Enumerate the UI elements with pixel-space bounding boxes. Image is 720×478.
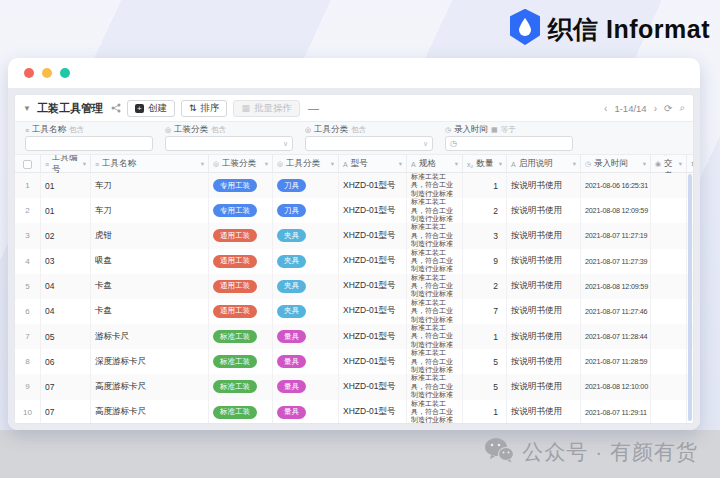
cell-value: 05 — [45, 332, 54, 342]
cell-cat2: 夹具 — [273, 249, 339, 274]
column-header-cat2[interactable]: ◎工具分类▾ — [273, 155, 339, 173]
add-column-button[interactable]: ✱ — [687, 155, 694, 173]
column-menu-icon[interactable]: ▾ — [679, 160, 682, 168]
filter-label: 工装分类 — [174, 124, 208, 136]
cell-time: 2021-08-07 11:27:19 — [581, 223, 651, 248]
batch-actions-button[interactable]: ▦ 批量操作 — [233, 100, 300, 117]
share-icon[interactable] — [111, 103, 121, 113]
cell-model: XHZD-01型号 — [339, 198, 407, 223]
cell-name: 车刀 — [91, 173, 209, 198]
cell-value: XHZD-01型号 — [343, 230, 395, 242]
tool-category-filter-select[interactable]: ∨ — [305, 136, 433, 151]
cell-model: XHZD-01型号 — [339, 173, 407, 198]
table-row[interactable]: 907高度游标卡尺标准工装量具XHZD-01型号标准工装工具，符合工业制造行业标… — [15, 374, 693, 399]
column-menu-icon[interactable]: ▾ — [399, 160, 402, 168]
entry-time-filter-date[interactable]: ◷ — [445, 136, 573, 151]
column-header-model[interactable]: A型号▾ — [339, 155, 407, 173]
cell-value: 01 — [45, 206, 54, 216]
table-row[interactable]: 403吸盘通用工装夹具XHZD-01型号标准工装工具，符合工业制造行业标准9按说… — [15, 249, 693, 274]
cell-spec: 标准工装工具，符合工业制造行业标准 — [407, 299, 463, 324]
close-window-button[interactable] — [24, 68, 34, 78]
cell-value: 标准工装工具，符合工业制造行业标准 — [411, 223, 458, 248]
refresh-icon[interactable]: ⟳ — [664, 103, 672, 114]
filter-bar: ≡ 工具名称 包含 ◎ 工装分类 包含 ∨ ◎ — [15, 121, 693, 155]
filter-entry-time: ◷ 录入时间 ▦ 等于 ◷ — [445, 124, 573, 151]
table-row[interactable]: 504卡盘通用工装夹具XHZD-01型号标准工装工具，符合工业制造行业标准2按说… — [15, 274, 693, 299]
sort-button[interactable]: ⇅ 排序 — [181, 100, 228, 117]
table-row[interactable]: 201车刀专用工装刀具XHZD-01型号标准工装工具，符合工业制造行业标准2按说… — [15, 198, 693, 223]
cell-desc: 按说明书使用 — [507, 198, 581, 223]
column-header-name[interactable]: ≡工具名称▾ — [91, 155, 209, 173]
column-menu-icon[interactable]: ▾ — [643, 160, 646, 168]
create-button[interactable]: + 创建 — [127, 100, 175, 117]
column-header-time[interactable]: ◷录入时间▾ — [581, 155, 651, 173]
cell-value: 07 — [45, 382, 54, 392]
cell-cat1: 通用工装 — [209, 223, 273, 248]
search-icon[interactable]: ⌕ — [679, 102, 685, 114]
cell-name: 卡盘 — [91, 299, 209, 324]
category-tag: 量具 — [277, 380, 306, 393]
tool-name-filter-input[interactable] — [30, 139, 148, 148]
table-row[interactable]: 806深度游标卡尺标准工装量具XHZD-01型号标准工装工具，符合工业制造行业标… — [15, 349, 693, 374]
column-menu-icon[interactable]: ▾ — [83, 160, 86, 168]
cell-desc: 按说明书使用 — [507, 299, 581, 324]
cell-value: XHZD-01型号 — [343, 331, 395, 343]
minimize-window-button[interactable] — [42, 68, 52, 78]
column-header-cat1[interactable]: ◎工装分类▾ — [209, 155, 273, 173]
table-row[interactable]: 1007高度游标卡尺标准工装量具XHZD-01型号标准工装工具，符合工业制造行业… — [15, 400, 693, 424]
tooling-category-filter-select[interactable]: ∨ — [165, 136, 293, 151]
cell-cat2: 夹具 — [273, 299, 339, 324]
cell-cat2: 刀具 — [273, 198, 339, 223]
cell-value: 04 — [45, 281, 54, 291]
cell-code: 02 — [41, 223, 91, 248]
select-all-checkbox[interactable] — [23, 160, 32, 169]
column-menu-icon[interactable]: ▾ — [201, 160, 204, 168]
cell-spec: 标准工装工具，符合工业制造行业标准 — [407, 274, 463, 299]
collapse-widget-button[interactable]: — — [308, 102, 319, 114]
column-header-qty[interactable]: x₂数量▾ — [463, 155, 507, 173]
cell-value: 高度游标卡尺 — [95, 381, 146, 393]
cell-time: 2021-08-08 12:09:59 — [581, 198, 651, 223]
column-header-submitter[interactable]: ◉提交者▾ — [651, 155, 687, 173]
prev-page-icon[interactable]: ‹ — [604, 103, 607, 114]
category-tag: 刀具 — [277, 204, 306, 217]
cell-submitter — [651, 400, 687, 424]
column-menu-icon[interactable]: ▾ — [331, 160, 334, 168]
table-row[interactable]: 101车刀专用工装刀具XHZD-01型号标准工装工具，符合工业制造行业标准1按说… — [15, 173, 693, 198]
category-tag: 量具 — [277, 355, 306, 368]
text-icon: ≡ — [45, 161, 49, 168]
cell-time: 2021-08-07 11:28:44 — [581, 324, 651, 349]
table-row[interactable]: 604卡盘通用工装夹具XHZD-01型号标准工装工具，符合工业制造行业标准7按说… — [15, 299, 693, 324]
table-row[interactable]: 705游标卡尺标准工装量具XHZD-01型号标准工装工具，符合工业制造行业标准1… — [15, 324, 693, 349]
cell-value: 9 — [493, 256, 498, 266]
next-page-icon[interactable]: › — [654, 103, 657, 114]
cell-submitter — [651, 324, 687, 349]
column-menu-icon[interactable]: ▾ — [265, 160, 268, 168]
cell-value: XHZD-01型号 — [343, 280, 395, 292]
table-row[interactable]: 302虎钳通用工装夹具XHZD-01型号标准工装工具，符合工业制造行业标准3按说… — [15, 223, 693, 248]
toolbar-right: ‹ 1-14/14 › ⟳ ⌕ — [604, 102, 685, 114]
brand-logo: 织信 Informat — [509, 9, 710, 49]
cell-time: 2021-08-08 12:09:59 — [581, 274, 651, 299]
cell-time: 2021-08-07 11:27:39 — [581, 249, 651, 274]
cell-cat2: 量具 — [273, 400, 339, 424]
filter-label: 录入时间 — [454, 124, 488, 136]
cell-desc: 按说明书使用 — [507, 274, 581, 299]
cell-value: 2021-08-08 12:10:00 — [585, 382, 648, 391]
column-menu-icon[interactable]: ▾ — [573, 160, 576, 168]
cell-value: 按说明书使用 — [511, 406, 562, 418]
cell-model: XHZD-01型号 — [339, 274, 407, 299]
column-header-desc[interactable]: A启用说明▾ — [507, 155, 581, 173]
vertical-scrollbar[interactable] — [688, 174, 692, 421]
cell-value: 游标卡尺 — [95, 331, 129, 343]
column-header-spec[interactable]: A规格▾ — [407, 155, 463, 173]
cell-submitter — [651, 173, 687, 198]
column-header-code[interactable]: ≡工具编号▾ — [41, 155, 91, 173]
maximize-window-button[interactable] — [60, 68, 70, 78]
row-number-cell: 9 — [15, 374, 41, 399]
cell-value: 2021-08-07 11:28:59 — [585, 357, 647, 366]
collapse-chevron-icon[interactable]: ▼ — [23, 104, 31, 113]
column-menu-icon[interactable]: ▾ — [455, 160, 458, 168]
column-menu-icon[interactable]: ▾ — [499, 160, 502, 168]
create-button-label: 创建 — [148, 102, 167, 115]
